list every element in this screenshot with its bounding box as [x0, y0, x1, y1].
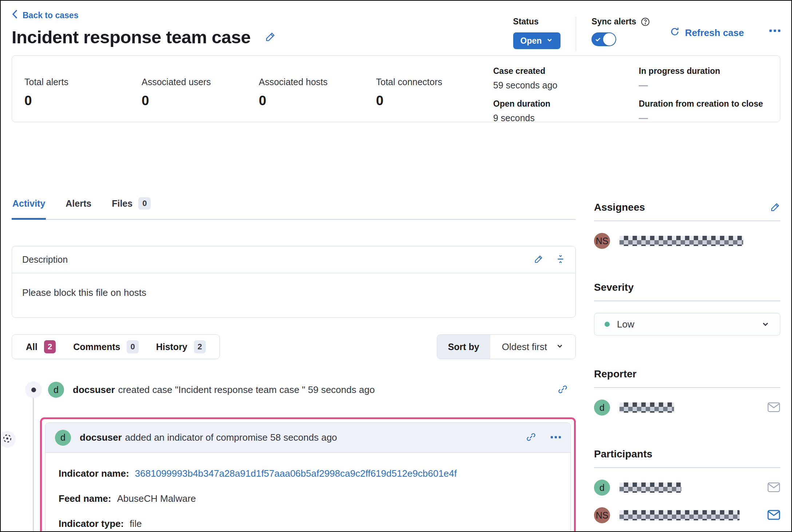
header-divider: [576, 17, 576, 51]
refresh-icon: [670, 27, 680, 39]
sort-by-label: Sort by: [437, 335, 490, 359]
pencil-icon: [265, 31, 276, 43]
filter-comments[interactable]: Comments 0: [71, 340, 140, 354]
redacted-username: [619, 510, 740, 520]
edit-title-button[interactable]: [265, 31, 276, 43]
redacted-username: [619, 402, 674, 413]
boxes-horizontal-icon: [769, 28, 780, 34]
summary-metrics: Total alerts 0 Associated users 0 Associ…: [24, 56, 493, 122]
link-icon: [526, 432, 536, 443]
participant-row: d: [594, 480, 780, 496]
indicator-name-row: Indicator name: 3681099993b4b347a28a91d1…: [59, 468, 557, 479]
indicator-type-row: Indicator type: file: [59, 518, 557, 529]
envelope-icon: [767, 402, 780, 414]
metric-total-connectors: Total connectors 0: [376, 77, 493, 122]
assignees-section: Assignees NS: [594, 202, 780, 249]
help-icon[interactable]: [641, 17, 650, 27]
metric-associated-users: Associated users 0: [142, 77, 259, 122]
sort-dropdown[interactable]: Sort by Oldest first: [437, 334, 576, 359]
event-username: docsuser: [80, 432, 122, 443]
timeline-event-created: d docsusercreated case "Incident respons…: [12, 372, 576, 407]
chevron-left-icon: [12, 9, 18, 21]
divider: [594, 387, 780, 388]
divider: [594, 221, 780, 221]
case-tabs: Activity Alerts Files 0: [12, 197, 576, 220]
severity-title: Severity: [594, 282, 634, 293]
filter-all[interactable]: All 2: [24, 340, 58, 354]
avatar: d: [594, 480, 610, 496]
comments-count-badge: 0: [127, 340, 138, 353]
case-sidebar: Assignees NS Severity Low: [594, 197, 780, 532]
event-username: docsuser: [73, 384, 115, 395]
activity-filters: All 2 Comments 0 History 2: [12, 334, 220, 359]
tab-files[interactable]: Files 0: [111, 197, 151, 219]
filter-history[interactable]: History 2: [154, 340, 208, 354]
envelope-icon: [767, 482, 780, 494]
duration-col-1: Case created 59 seconds ago Open duratio…: [493, 66, 629, 122]
summary-durations: Case created 59 seconds ago Open duratio…: [493, 56, 774, 122]
status-block: Status Open: [513, 17, 561, 49]
description-body: Please block this file on hosts: [12, 273, 575, 317]
edit-assignees-button[interactable]: [770, 202, 780, 213]
metric-associated-hosts: Associated hosts 0: [259, 77, 376, 122]
edit-description-button[interactable]: [534, 254, 543, 265]
case-detail-page: Back to cases Incident response team cas…: [0, 0, 792, 532]
status-label: Status: [513, 17, 561, 27]
timeline-node: [25, 381, 42, 398]
collapse-description-button[interactable]: [556, 254, 565, 265]
sync-alerts-toggle[interactable]: [591, 32, 616, 46]
participant-row: NS: [594, 507, 780, 523]
avatar: NS: [594, 233, 610, 249]
back-link-label: Back to cases: [23, 11, 78, 20]
indicator-name-link[interactable]: 3681099993b4b347a28a91d1f57aaa06b5af2998…: [135, 468, 457, 479]
timeline-node: [0, 431, 16, 448]
feed-name-row: Feed name: AbuseCH Malware: [59, 493, 557, 504]
avatar: d: [594, 400, 610, 416]
event-text: docsusercreated case "Incident response …: [73, 384, 375, 396]
redacted-username: [619, 483, 681, 493]
activity-timeline: d docsusercreated case "Incident respons…: [12, 372, 576, 532]
refresh-label: Refresh case: [685, 27, 744, 39]
activity-column: Activity Alerts Files 0 Description: [12, 197, 576, 532]
status-value: Open: [520, 36, 542, 46]
crosshair-icon: [2, 433, 12, 445]
tab-activity[interactable]: Activity: [12, 197, 46, 219]
toggle-thumb: [603, 33, 615, 45]
fold-icon: [556, 254, 565, 265]
avatar: d: [55, 430, 71, 446]
divider: [594, 467, 780, 468]
header-controls: Status Open Sync alerts Refresh case: [513, 17, 780, 51]
files-count-badge: 0: [138, 197, 151, 210]
severity-value: Low: [617, 319, 634, 330]
history-count-badge: 2: [194, 340, 206, 353]
copy-comment-link-button[interactable]: [526, 432, 536, 443]
case-actions-menu-button[interactable]: [769, 28, 780, 34]
chevron-down-icon: [761, 320, 770, 329]
comment-actions-menu-button[interactable]: [551, 435, 561, 440]
comment-header: d docsuseradded an indicator of compromi…: [45, 423, 570, 453]
tab-alerts[interactable]: Alerts: [65, 197, 92, 219]
reporter-section: Reporter d: [594, 368, 780, 416]
description-header: Description: [12, 246, 575, 273]
email-participant-button[interactable]: [767, 482, 780, 494]
sort-value: Oldest first: [502, 341, 547, 353]
avatar: d: [48, 382, 64, 398]
status-dropdown-button[interactable]: Open: [513, 32, 561, 49]
indicator-comment-card: d docsuseradded an indicator of compromi…: [45, 422, 571, 532]
email-reporter-button[interactable]: [767, 402, 780, 414]
description-card: Description Please block this file on ho…: [12, 246, 576, 318]
indicator-details: Indicator name: 3681099993b4b347a28a91d1…: [45, 453, 570, 532]
severity-section: Severity Low: [594, 282, 780, 336]
dot-icon: [31, 388, 36, 392]
reporter-row: d: [594, 400, 780, 416]
assignee-row: NS: [594, 233, 780, 249]
description-title: Description: [22, 254, 68, 265]
boxes-horizontal-icon: [551, 435, 561, 440]
refresh-case-button[interactable]: Refresh case: [668, 26, 746, 40]
email-participant-button[interactable]: [767, 509, 780, 521]
back-to-cases-link[interactable]: Back to cases: [12, 9, 78, 21]
case-summary-card: Total alerts 0 Associated users 0 Associ…: [12, 55, 780, 122]
copy-event-link-button[interactable]: [558, 384, 568, 396]
chevron-down-icon: [546, 36, 553, 46]
severity-dropdown[interactable]: Low: [594, 313, 780, 336]
